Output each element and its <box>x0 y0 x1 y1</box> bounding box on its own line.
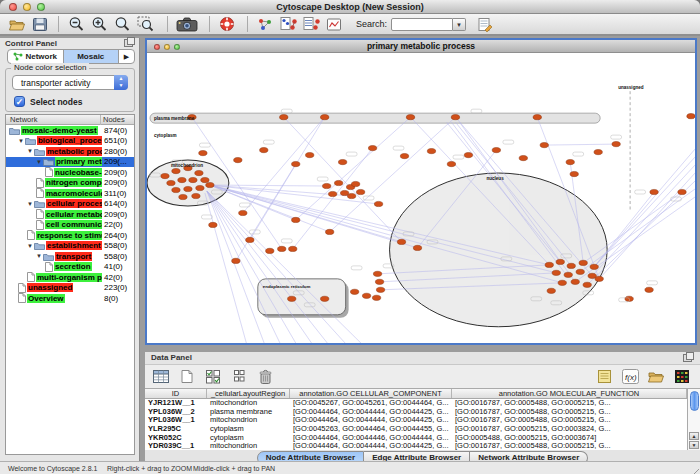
network-node[interactable] <box>306 152 314 157</box>
tab-network[interactable]: Network <box>8 50 64 63</box>
tree-row-nitrogen-compo[interactable]: nitrogen compo209(0) <box>6 178 134 189</box>
network-node[interactable] <box>334 180 342 185</box>
network-node[interactable] <box>645 287 653 292</box>
network-node[interactable] <box>372 295 380 300</box>
search-dropdown-arrow[interactable]: ▼ <box>453 18 466 31</box>
network-node[interactable] <box>447 161 455 166</box>
tree-row-mosaic-demo-yeast[interactable]: mosaic-demo-yeast874(0) <box>6 125 134 136</box>
network-edge[interactable] <box>594 157 695 267</box>
network-node[interactable] <box>397 239 405 244</box>
network-node[interactable] <box>280 115 288 120</box>
network-edge[interactable] <box>243 117 325 213</box>
notes-icon[interactable] <box>592 367 616 387</box>
tabs-overflow-button[interactable]: ▶ <box>119 50 134 63</box>
network-node[interactable] <box>612 142 620 147</box>
close-button[interactable] <box>9 3 17 11</box>
tree-row-cell-communicat[interactable]: cell communicat22(0) <box>6 220 134 231</box>
network-canvas[interactable]: plasma membrane cytoplasm mitochondrion … <box>147 53 695 343</box>
network-node[interactable] <box>201 177 209 182</box>
import-table-icon[interactable] <box>300 15 322 33</box>
network-node[interactable] <box>338 159 346 164</box>
save-icon[interactable] <box>29 15 51 33</box>
import-network-icon[interactable] <box>277 15 299 33</box>
network-node[interactable] <box>406 115 414 120</box>
tree-row-transport[interactable]: ▼transport558(0) <box>6 251 134 262</box>
network-node[interactable] <box>590 264 598 269</box>
network-node[interactable] <box>350 289 358 294</box>
float-data-panel-icon[interactable] <box>683 354 692 362</box>
scroll-up-arrow[interactable]: ▲ <box>689 432 699 440</box>
table-row[interactable]: YKR052Ccytoplasm[GO:0044464, GO:0044446,… <box>145 434 687 443</box>
expand-arrow-icon[interactable]: ▼ <box>27 201 33 207</box>
network-edge[interactable] <box>296 117 411 220</box>
select-nodes-checkbox[interactable]: ✓ <box>14 96 25 107</box>
network-node[interactable] <box>206 182 214 187</box>
network-view-titlebar[interactable]: primary metabolic process <box>147 40 695 53</box>
network-node[interactable] <box>566 159 574 164</box>
tree-row-secretion[interactable]: secretion41(0) <box>6 262 134 273</box>
function-builder-icon[interactable]: f(x) <box>618 367 642 387</box>
select-attributes-icon[interactable] <box>201 367 225 387</box>
float-panel-icon[interactable] <box>124 39 133 47</box>
network-node[interactable] <box>427 148 435 153</box>
scroll-down-arrow[interactable]: ▼ <box>689 441 699 449</box>
network-node[interactable] <box>161 173 169 178</box>
network-node[interactable] <box>184 186 192 191</box>
scrollbar-thumb[interactable] <box>690 391 699 411</box>
tree-row-unassigned[interactable]: unassigned223(0) <box>6 283 134 294</box>
tree-row-cellular-metabol[interactable]: cellular metabol209(0) <box>6 209 134 220</box>
network-node[interactable] <box>576 269 584 274</box>
network-node[interactable] <box>239 210 247 215</box>
network-node[interactable] <box>540 143 548 148</box>
tree-row-macromolecule[interactable]: macromolecule311(0) <box>6 188 134 199</box>
tree-row-biological-process[interactable]: ▼biological_process651(0) <box>6 136 134 147</box>
network-node[interactable] <box>571 279 579 284</box>
network-node[interactable] <box>594 149 602 154</box>
new-attribute-icon[interactable] <box>175 367 199 387</box>
column-header[interactable]: ID <box>145 389 207 398</box>
network-node[interactable] <box>325 229 333 234</box>
network-node[interactable] <box>567 263 575 268</box>
network-node[interactable] <box>533 115 541 120</box>
heatmap-icon[interactable] <box>670 367 694 387</box>
tree-row-cellular-process[interactable]: ▼cellular process614(0) <box>6 199 134 210</box>
open-folder-icon[interactable] <box>6 15 28 33</box>
minimize-button[interactable] <box>23 3 31 11</box>
network-node[interactable] <box>400 153 408 158</box>
table-row[interactable]: YLR295Ccytoplasm[GO:0045263, GO:0044464,… <box>145 425 687 434</box>
search-input[interactable] <box>391 18 453 31</box>
network-node[interactable] <box>260 147 268 152</box>
network-node[interactable] <box>232 258 240 263</box>
network-edge[interactable] <box>207 191 363 343</box>
column-header[interactable]: annotation.GO MOLECULAR_FUNCTION <box>452 389 687 398</box>
network-node[interactable] <box>289 246 297 251</box>
tree-row-primary-metabo[interactable]: ▼primary metabo209(... <box>6 157 134 168</box>
network-node[interactable] <box>209 222 217 227</box>
network-node[interactable] <box>519 155 527 160</box>
zoom-in-icon[interactable] <box>88 15 110 33</box>
network-node[interactable] <box>570 171 578 176</box>
network-node[interactable] <box>413 245 421 250</box>
network-node[interactable] <box>320 115 328 120</box>
network-node[interactable] <box>320 296 328 301</box>
network-edge[interactable] <box>207 191 313 343</box>
network-node[interactable] <box>362 293 370 298</box>
network-icon[interactable] <box>254 15 276 33</box>
network-edge[interactable] <box>207 191 265 343</box>
network-node[interactable] <box>340 190 348 195</box>
expand-arrow-icon[interactable]: ▼ <box>36 159 42 165</box>
zoom-button[interactable] <box>37 3 45 11</box>
network-node[interactable] <box>492 147 500 152</box>
attribute-table-icon[interactable] <box>149 367 173 387</box>
network-node[interactable] <box>374 201 382 206</box>
network-node[interactable] <box>266 248 274 253</box>
network-edge[interactable] <box>250 117 325 240</box>
tree-row-response-to-stimulu[interactable]: response to stimulu264(0) <box>6 230 134 241</box>
network-node[interactable] <box>172 187 180 192</box>
column-header[interactable]: annotation.GO CELLULAR_COMPONENT <box>290 389 452 398</box>
zoom-selected-icon[interactable] <box>134 15 156 33</box>
network-node[interactable] <box>189 177 197 182</box>
network-node[interactable] <box>179 194 187 199</box>
tree-row-nucleobase-[interactable]: nucleobase-209(0) <box>6 167 134 178</box>
network-node[interactable] <box>595 276 603 281</box>
